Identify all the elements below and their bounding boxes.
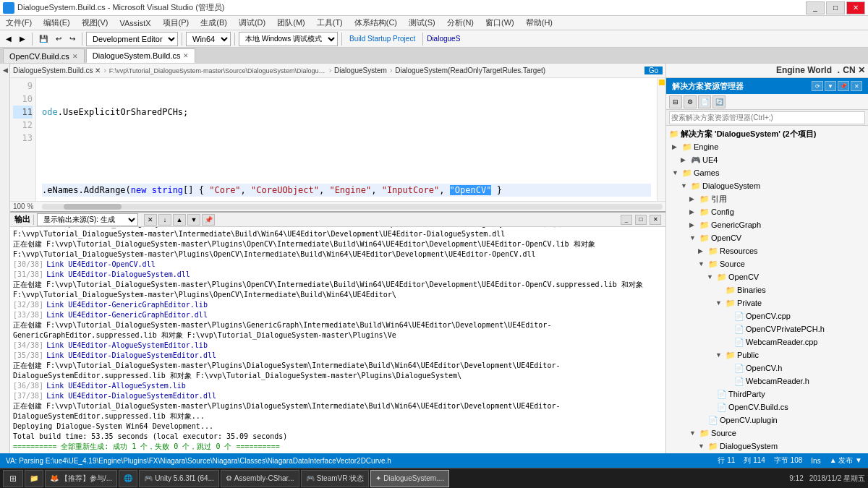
tree-item[interactable]: ▶📁Engine xyxy=(666,140,868,153)
taskbar-assembly[interactable]: ⚙ Assembly-CShar... xyxy=(221,470,299,487)
tree-icon: 📁 xyxy=(708,259,718,269)
output-minimize-btn[interactable]: _ xyxy=(621,215,632,225)
output-line-text: Link UE4Editor-AllogueSystem.lib xyxy=(46,381,186,391)
taskbar-explorer[interactable]: 📁 xyxy=(25,470,43,487)
tree-item[interactable]: ▼📁Source xyxy=(666,427,868,440)
menu-window[interactable]: 窗口(W) xyxy=(482,17,517,29)
tree-item[interactable]: 📄OpenCV.h xyxy=(666,361,868,374)
menu-team[interactable]: 团队(M) xyxy=(274,17,308,29)
toolbar-undo-btn[interactable]: ↩ xyxy=(53,32,64,46)
breadcrumb-class[interactable]: DialogueSystem xyxy=(334,67,387,74)
breadcrumb-filename[interactable]: DialogueSystem.Build.cs ✕ xyxy=(13,67,101,74)
tree-item-label: DialogueSystem xyxy=(720,442,778,450)
output-scroll-btn[interactable]: ↓ xyxy=(158,214,171,226)
menu-view[interactable]: 视图(V) xyxy=(79,17,111,29)
editor-mode-dropdown[interactable]: Development Editor xyxy=(86,32,178,46)
go-button[interactable]: Go xyxy=(644,67,663,74)
se-showfiles-btn[interactable]: 📄 xyxy=(698,95,711,108)
solution-root[interactable]: 📁 解决方案 'DialogueSystem' (2个项目) xyxy=(666,127,868,140)
code-token-5: [] { xyxy=(183,185,209,195)
se-sync-btn[interactable]: ⟳ xyxy=(812,81,823,91)
tree-item[interactable]: 📄OpenCV.uplugin xyxy=(666,414,868,427)
code-area[interactable]: ode.UseExplicitOrSharedPCHs; .eNames.Add… xyxy=(36,78,657,201)
tree-item[interactable]: ▼📁OpenCV xyxy=(666,270,868,283)
se-search-input[interactable] xyxy=(669,111,865,124)
menu-tools[interactable]: 工具(T) xyxy=(314,17,346,29)
taskbar-ie[interactable]: 🌐 xyxy=(119,470,137,487)
tree-item[interactable]: 📁Binaries xyxy=(666,283,868,296)
se-refresh-btn[interactable]: 🔄 xyxy=(712,95,726,108)
taskbar-browser[interactable]: 🦊 【推荐】参与/... xyxy=(45,470,117,487)
output-up-btn[interactable]: ▲ xyxy=(173,214,186,226)
gutter-explorer-icon[interactable]: ◀ xyxy=(1,67,9,74)
output-pin-btn[interactable]: 📌 xyxy=(202,214,215,226)
tree-item[interactable]: ▼📁OpenCV xyxy=(666,231,868,244)
menu-project[interactable]: 项目(P) xyxy=(160,17,192,29)
menu-arch[interactable]: 体系结构(C) xyxy=(352,17,400,29)
tree-arrow: ▶ xyxy=(681,156,689,163)
tab-opencv-close[interactable]: ✕ xyxy=(72,53,78,60)
toolbar-redo-btn[interactable]: ↪ xyxy=(67,32,78,46)
tree-item[interactable]: ▼📁Source xyxy=(666,257,868,270)
mode-dropdown[interactable]: 本地 Windows 调试模式 xyxy=(239,32,338,46)
status-post-btn[interactable]: ▲ 发布 ▼ xyxy=(830,455,862,466)
close-button[interactable]: ✕ xyxy=(846,1,865,14)
output-maximize-btn[interactable]: □ xyxy=(635,215,647,225)
tree-icon: 📄 xyxy=(734,324,744,334)
tree-item[interactable]: ▼📁Public xyxy=(666,348,868,361)
tree-item[interactable]: 📄OpenCV.cpp xyxy=(666,309,868,322)
tree-item[interactable]: 📄ThirdParty xyxy=(666,388,868,401)
platform-dropdown[interactable]: Win64 xyxy=(186,32,231,46)
menu-test[interactable]: 测试(S) xyxy=(406,17,438,29)
h-scroll-thumb[interactable] xyxy=(64,204,122,210)
breadcrumb-method[interactable]: DialogueSystem(ReadOnlyTargetRules.Targe… xyxy=(395,67,545,74)
tree-item[interactable]: ▼📁Games xyxy=(666,166,868,179)
output-line-num: [31/38] xyxy=(13,270,43,280)
menu-debug[interactable]: 调试(D) xyxy=(236,17,268,29)
se-pin-btn[interactable]: 📌 xyxy=(838,81,849,91)
toolbar-forward-btn[interactable]: ▶ xyxy=(17,32,28,46)
toolbar-back-btn[interactable]: ◀ xyxy=(3,32,14,46)
tree-item[interactable]: 📄OpenCV.Build.cs xyxy=(666,401,868,414)
tab-opencv-build[interactable]: OpenCV.Build.cs ✕ xyxy=(3,48,85,63)
tree-item[interactable]: ▼📁DialogueSystem xyxy=(666,179,868,192)
startup-btn[interactable]: Build Startup Project xyxy=(346,32,419,46)
tree-item[interactable]: ▼📁DialogueSystem xyxy=(666,440,868,453)
output-clear-btn[interactable]: ✕ xyxy=(144,214,157,226)
output-source-dropdown[interactable]: 显示输出来源(S): 生成 xyxy=(37,213,138,226)
menu-build[interactable]: 生成(B) xyxy=(197,17,230,29)
output-close-btn[interactable]: ✕ xyxy=(650,215,661,225)
se-collapse-btn[interactable]: ⊟ xyxy=(669,95,682,108)
tree-item[interactable]: ▶📁GenericGraph xyxy=(666,218,868,231)
menu-edit[interactable]: 编辑(E) xyxy=(41,17,73,29)
menu-help[interactable]: 帮助(H) xyxy=(523,17,556,29)
maximize-button[interactable]: □ xyxy=(826,1,845,14)
code-token-2: .UseExplicitOrSharedPCHs; xyxy=(58,107,189,117)
tree-item[interactable]: ▼📁Private xyxy=(666,296,868,309)
minimize-button[interactable]: _ xyxy=(806,1,825,14)
se-properties-btn[interactable]: ⚙ xyxy=(684,95,697,108)
toolbar-save-btn[interactable]: 💾 xyxy=(36,32,51,46)
taskbar-unity[interactable]: 🎮 Unity 5.6.3f1 (64... xyxy=(139,470,219,487)
tree-item[interactable]: 📄WebcamReader.cpp xyxy=(666,335,868,348)
menu-analyze[interactable]: 分析(N) xyxy=(444,17,477,29)
output-down-btn[interactable]: ▼ xyxy=(187,214,200,226)
tab-dialogue-close[interactable]: ✕ xyxy=(183,52,189,59)
tree-item[interactable]: ▶🎮UE4 xyxy=(666,153,868,166)
se-menu-btn[interactable]: ▼ xyxy=(825,81,836,91)
taskbar-vs[interactable]: ✦ DialogueSystem.... xyxy=(370,470,449,487)
h-scrollbar[interactable] xyxy=(42,204,663,210)
tree-item[interactable]: 📄WebcamReader.h xyxy=(666,374,868,388)
tree-item[interactable]: ▶📁Resources xyxy=(666,244,868,257)
tree-item[interactable]: ▶📁引用 xyxy=(666,192,868,205)
output-content[interactable]: Placeholder.cppModule.OpenCV.cppModule.O… xyxy=(10,227,665,453)
toolbar-sep-4 xyxy=(234,33,235,46)
start-button[interactable]: ⊞ xyxy=(3,470,23,487)
tree-item[interactable]: 📄OpenCVPrivatePCH.h xyxy=(666,322,868,335)
menu-vassistx[interactable]: VAssistX xyxy=(116,18,153,28)
taskbar-steamvr[interactable]: 🎮 SteamVR 状态 xyxy=(301,470,370,487)
tab-dialoguesystem-build[interactable]: DialogueSystem.Build.cs ✕ xyxy=(86,48,196,63)
menu-file[interactable]: 文件(F) xyxy=(3,17,35,29)
se-close-btn[interactable]: ✕ xyxy=(851,81,862,91)
tree-item[interactable]: ▶📁Config xyxy=(666,205,868,218)
